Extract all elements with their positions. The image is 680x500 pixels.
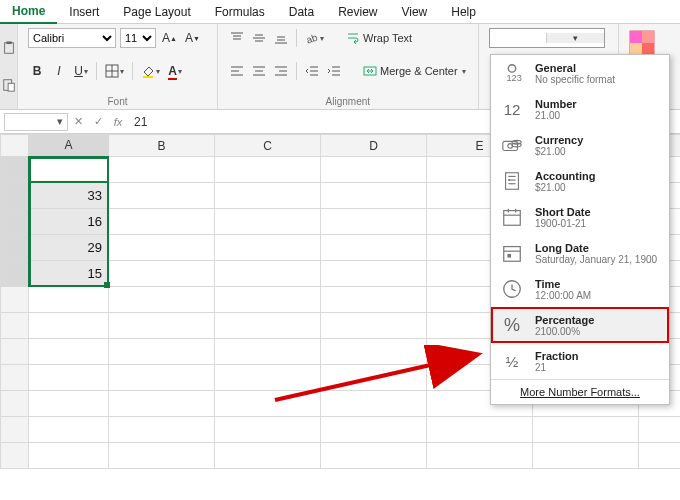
row-header[interactable] (1, 235, 29, 261)
tab-review[interactable]: Review (326, 1, 389, 23)
cell[interactable] (321, 313, 427, 339)
fill-color-button[interactable]: ▾ (139, 61, 162, 81)
italic-button[interactable]: I (50, 61, 68, 81)
more-number-formats[interactable]: More Number Formats... (491, 379, 669, 404)
number-format-select[interactable]: ▾ (489, 28, 605, 48)
align-left-icon[interactable] (228, 61, 246, 81)
cell[interactable] (427, 417, 533, 443)
formula-value[interactable]: 21 (128, 115, 147, 129)
orientation-icon[interactable]: ab▾ (303, 28, 326, 48)
format-option-fraction[interactable]: ½Fraction21 (491, 343, 669, 379)
cell[interactable] (29, 417, 109, 443)
cell-styles-icon[interactable] (629, 30, 655, 56)
col-header-a[interactable]: A (29, 135, 109, 157)
cell[interactable] (321, 157, 427, 183)
cell[interactable] (215, 157, 321, 183)
cell[interactable] (109, 157, 215, 183)
cancel-icon[interactable]: ✕ (68, 115, 88, 128)
fx-icon[interactable]: fx (108, 116, 128, 128)
cell[interactable] (29, 365, 109, 391)
cell[interactable] (109, 235, 215, 261)
tab-page-layout[interactable]: Page Layout (111, 1, 202, 23)
format-option-general[interactable]: 123GeneralNo specific format (491, 55, 669, 91)
format-option-number[interactable]: 12Number21.00 (491, 91, 669, 127)
cell[interactable] (109, 261, 215, 287)
align-bottom-icon[interactable] (272, 28, 290, 48)
row-header[interactable] (1, 391, 29, 417)
cell[interactable] (427, 443, 533, 469)
cell[interactable] (321, 417, 427, 443)
font-name-select[interactable]: Calibri (28, 28, 116, 48)
cell[interactable] (215, 261, 321, 287)
cell[interactable] (215, 235, 321, 261)
row-header[interactable] (1, 261, 29, 287)
cell[interactable]: 21 (29, 157, 109, 183)
cell[interactable]: 16 (29, 209, 109, 235)
decrease-indent-icon[interactable] (303, 61, 321, 81)
cell[interactable]: 29 (29, 235, 109, 261)
increase-indent-icon[interactable] (325, 61, 343, 81)
cell[interactable] (215, 313, 321, 339)
paste-icon[interactable] (2, 78, 16, 92)
enter-icon[interactable]: ✓ (88, 115, 108, 128)
tab-home[interactable]: Home (0, 0, 57, 24)
cell[interactable] (29, 339, 109, 365)
cell[interactable] (29, 313, 109, 339)
format-option-time[interactable]: Time12:00:00 AM (491, 271, 669, 307)
increase-font-icon[interactable]: A▲ (160, 28, 179, 48)
row-header[interactable] (1, 157, 29, 183)
col-header-b[interactable]: B (109, 135, 215, 157)
row-header[interactable] (1, 417, 29, 443)
cell[interactable] (321, 339, 427, 365)
cell[interactable] (215, 417, 321, 443)
format-option-shortdate[interactable]: Short Date1900-01-21 (491, 199, 669, 235)
align-top-icon[interactable] (228, 28, 246, 48)
cell[interactable] (321, 183, 427, 209)
col-header-d[interactable]: D (321, 135, 427, 157)
format-option-percentage[interactable]: %Percentage2100.00% (491, 307, 669, 343)
cell[interactable] (321, 287, 427, 313)
cell[interactable] (109, 339, 215, 365)
cell[interactable] (215, 365, 321, 391)
cell[interactable] (321, 209, 427, 235)
tab-view[interactable]: View (389, 1, 439, 23)
cell[interactable] (109, 209, 215, 235)
cell[interactable] (639, 443, 681, 469)
tab-help[interactable]: Help (439, 1, 488, 23)
format-option-accounting[interactable]: Accounting$21.00 (491, 163, 669, 199)
name-box[interactable]: ▾ (4, 113, 68, 131)
tab-formulas[interactable]: Formulas (203, 1, 277, 23)
cell[interactable]: 15 (29, 261, 109, 287)
cell[interactable] (29, 287, 109, 313)
cell[interactable] (215, 443, 321, 469)
bold-button[interactable]: B (28, 61, 46, 81)
cell[interactable] (321, 365, 427, 391)
merge-center-button[interactable]: Merge & Center▾ (361, 61, 468, 81)
cell[interactable] (215, 339, 321, 365)
font-color-button[interactable]: A▾ (166, 61, 184, 81)
underline-button[interactable]: U▾ (72, 61, 90, 81)
cell[interactable] (533, 443, 639, 469)
tab-data[interactable]: Data (277, 1, 326, 23)
cell[interactable]: 33 (29, 183, 109, 209)
cell[interactable] (109, 287, 215, 313)
format-option-currency[interactable]: Currency$21.00 (491, 127, 669, 163)
tab-insert[interactable]: Insert (57, 1, 111, 23)
wrap-text-button[interactable]: Wrap Text (344, 28, 414, 48)
cell[interactable] (321, 235, 427, 261)
clipboard-icon[interactable] (2, 41, 16, 55)
format-option-longdate[interactable]: Long DateSaturday, January 21, 1900 (491, 235, 669, 271)
cell[interactable] (109, 391, 215, 417)
row-header[interactable] (1, 183, 29, 209)
cell[interactable] (109, 313, 215, 339)
cell[interactable] (321, 391, 427, 417)
select-all-corner[interactable] (1, 135, 29, 157)
cell[interactable] (109, 417, 215, 443)
cell[interactable] (109, 183, 215, 209)
row-header[interactable] (1, 365, 29, 391)
cell[interactable] (215, 209, 321, 235)
row-header[interactable] (1, 313, 29, 339)
cell[interactable] (321, 443, 427, 469)
cell[interactable] (29, 391, 109, 417)
align-center-icon[interactable] (250, 61, 268, 81)
